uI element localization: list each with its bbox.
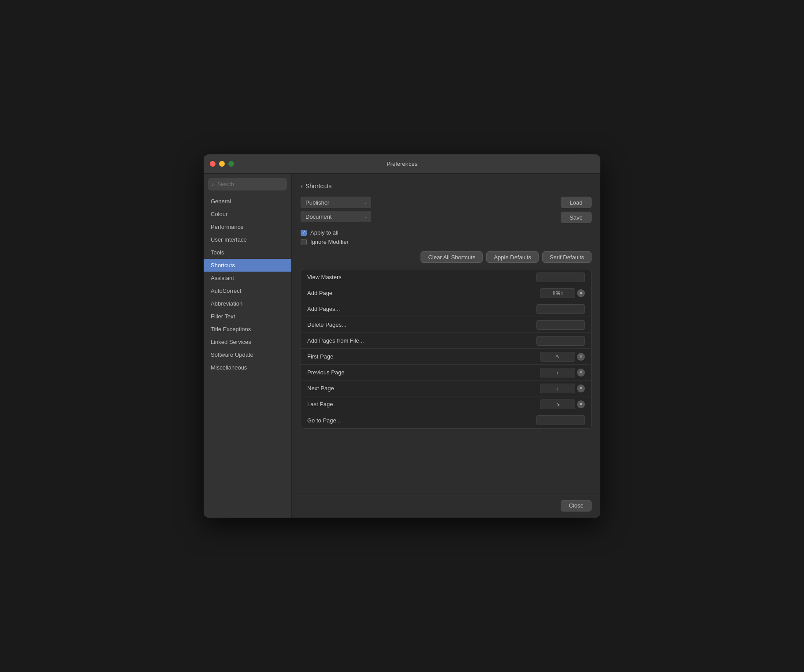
- shortcut-input-group: ⇧⌘↕✕: [540, 288, 585, 298]
- clear-shortcut-button[interactable]: ✕: [577, 353, 585, 361]
- shortcut-label: First Page: [307, 353, 540, 360]
- section-arrow-icon: ▾: [301, 184, 303, 189]
- left-controls: Publisher Document ⌄ Document ⌄: [301, 197, 371, 222]
- shortcut-label: Next Page: [307, 385, 540, 392]
- minimize-button[interactable]: [219, 161, 225, 167]
- table-row: Go to Page...: [301, 412, 591, 428]
- sidebar-item-software-update[interactable]: Software Update: [204, 348, 291, 361]
- sidebar-item-filler-text[interactable]: Filler Text: [204, 310, 291, 323]
- traffic-lights: [210, 161, 234, 167]
- sidebar: ⌕ GeneralColourPerformanceUser Interface…: [204, 174, 292, 518]
- main-content: ▾ Shortcuts Publisher Document ⌄: [292, 174, 600, 493]
- shortcut-label: Previous Page: [307, 369, 540, 376]
- ignore-modifier-checkbox[interactable]: [301, 239, 307, 245]
- shortcut-empty-field[interactable]: [536, 336, 585, 346]
- shortcut-label: Go to Page...: [307, 417, 536, 424]
- sidebar-items: GeneralColourPerformanceUser InterfaceTo…: [204, 195, 291, 374]
- sidebar-item-title-exceptions[interactable]: Title Exceptions: [204, 323, 291, 336]
- maximize-button[interactable]: [228, 161, 234, 167]
- shortcut-value: ⇧⌘↕: [540, 288, 575, 298]
- shortcut-value: ↓: [540, 384, 575, 393]
- right-controls: Load Save: [561, 197, 592, 223]
- shortcut-label: Last Page: [307, 401, 540, 407]
- apply-to-all-label: Apply to all: [310, 229, 339, 236]
- apple-defaults-button[interactable]: Apple Defaults: [486, 251, 539, 263]
- shortcut-empty-field[interactable]: [536, 273, 585, 282]
- controls-row: Publisher Document ⌄ Document ⌄: [301, 197, 592, 223]
- ignore-modifier-label: Ignore Modifier: [310, 239, 349, 245]
- clear-shortcut-button[interactable]: ✕: [577, 369, 585, 377]
- shortcut-value: ↘: [540, 399, 575, 409]
- shortcut-empty-field[interactable]: [536, 415, 585, 425]
- footer: Close: [292, 493, 600, 518]
- shortcut-empty-field[interactable]: [536, 320, 585, 330]
- table-row: Next Page↓✕: [301, 381, 591, 396]
- load-button[interactable]: Load: [561, 197, 592, 208]
- sidebar-item-tools[interactable]: Tools: [204, 246, 291, 259]
- shortcut-input-group: ↖✕: [540, 352, 585, 362]
- publisher-select-wrapper: Publisher Document ⌄: [301, 197, 371, 208]
- apply-to-all-checkbox[interactable]: [301, 230, 307, 236]
- clear-shortcut-button[interactable]: ✕: [577, 289, 585, 297]
- document-select[interactable]: Document: [301, 211, 371, 222]
- save-button[interactable]: Save: [561, 212, 592, 223]
- shortcut-label: Add Pages...: [307, 306, 536, 312]
- sidebar-item-autocorrect[interactable]: AutoCorrect: [204, 284, 291, 297]
- shortcuts-table: View MastersAdd Page⇧⌘↕✕Add Pages...Dele…: [301, 269, 592, 429]
- section-header: ▾ Shortcuts: [301, 183, 592, 190]
- search-icon: ⌕: [212, 181, 215, 187]
- clear-shortcut-button[interactable]: ✕: [577, 385, 585, 392]
- action-buttons-row: Clear All Shortcuts Apple Defaults Serif…: [301, 251, 592, 263]
- table-row: Add Pages from File...: [301, 333, 591, 349]
- shortcut-input-group: ↑✕: [540, 368, 585, 377]
- sidebar-item-colour[interactable]: Colour: [204, 208, 291, 220]
- table-row: Last Page↘✕: [301, 396, 591, 412]
- sidebar-item-linked-services[interactable]: Linked Services: [204, 336, 291, 348]
- preferences-window: Preferences ⌕ GeneralColourPerformanceUs…: [204, 154, 600, 518]
- search-input[interactable]: [217, 181, 283, 187]
- main-panel: ▾ Shortcuts Publisher Document ⌄: [292, 174, 600, 518]
- close-button[interactable]: Close: [561, 500, 592, 511]
- shortcut-label: Delete Pages...: [307, 321, 536, 328]
- sidebar-item-assistant[interactable]: Assistant: [204, 272, 291, 284]
- ignore-modifier-row[interactable]: Ignore Modifier: [301, 239, 592, 245]
- shortcut-label: Add Page: [307, 290, 540, 296]
- shortcut-value: ↖: [540, 352, 575, 362]
- apply-to-all-row[interactable]: Apply to all: [301, 229, 592, 236]
- shortcut-input-group: ↓✕: [540, 384, 585, 393]
- table-row: Add Pages...: [301, 301, 591, 317]
- table-row: Add Page⇧⌘↕✕: [301, 285, 591, 301]
- shortcut-label: View Masters: [307, 274, 536, 280]
- close-button[interactable]: [210, 161, 216, 167]
- sidebar-item-abbreviation[interactable]: Abbreviation: [204, 297, 291, 310]
- sidebar-item-general[interactable]: General: [204, 195, 291, 208]
- checkboxes: Apply to all Ignore Modifier: [301, 229, 592, 245]
- table-row: First Page↖✕: [301, 349, 591, 365]
- table-row: View Masters: [301, 269, 591, 285]
- sidebar-item-miscellaneous[interactable]: Miscellaneous: [204, 361, 291, 374]
- window-title: Preferences: [387, 161, 417, 167]
- title-bar: Preferences: [204, 154, 600, 174]
- sidebar-item-user-interface[interactable]: User Interface: [204, 233, 291, 246]
- table-row: Previous Page↑✕: [301, 365, 591, 381]
- sidebar-item-shortcuts[interactable]: Shortcuts: [204, 259, 291, 272]
- serif-defaults-button[interactable]: Serif Defaults: [542, 251, 592, 263]
- publisher-select[interactable]: Publisher Document: [301, 197, 371, 208]
- search-bar[interactable]: ⌕: [208, 178, 287, 190]
- shortcut-input-group: ↘✕: [540, 399, 585, 409]
- document-select-wrapper: Document ⌄: [301, 211, 371, 222]
- section-title: Shortcuts: [305, 183, 331, 190]
- shortcut-empty-field[interactable]: [536, 304, 585, 314]
- sidebar-item-performance[interactable]: Performance: [204, 220, 291, 233]
- table-row: Delete Pages...: [301, 317, 591, 333]
- shortcut-label: Add Pages from File...: [307, 337, 536, 344]
- clear-all-shortcuts-button[interactable]: Clear All Shortcuts: [421, 251, 483, 263]
- content-area: ⌕ GeneralColourPerformanceUser Interface…: [204, 174, 600, 518]
- shortcut-value: ↑: [540, 368, 575, 377]
- clear-shortcut-button[interactable]: ✕: [577, 400, 585, 408]
